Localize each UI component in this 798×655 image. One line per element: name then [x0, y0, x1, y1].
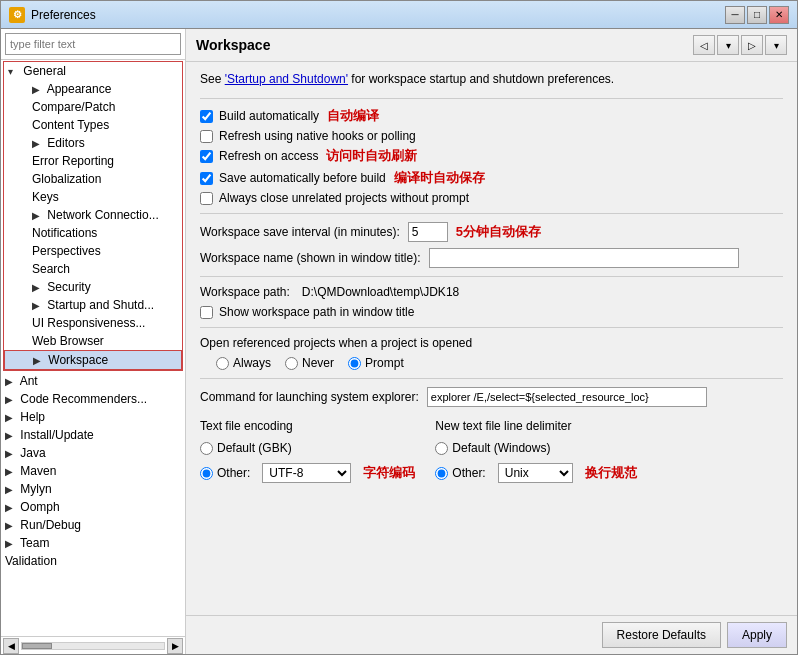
- maximize-button[interactable]: □: [747, 6, 767, 24]
- build-auto-label: Build automatically: [219, 109, 319, 123]
- expand-icon: ▶: [32, 138, 44, 149]
- close-unrelated-checkbox[interactable]: [200, 192, 213, 205]
- sidebar-item-perspectives[interactable]: Perspectives: [4, 242, 182, 260]
- expand-icon: ▶: [32, 84, 44, 95]
- sidebar-item-ui-responsiveness[interactable]: UI Responsiveness...: [4, 314, 182, 332]
- sidebar-item-startup-shutdown[interactable]: ▶ Startup and Shutd...: [4, 296, 182, 314]
- radio-always-label: Always: [233, 356, 271, 370]
- build-auto-annotation: 自动编译: [327, 107, 379, 125]
- sidebar-item-general[interactable]: ▾ General: [4, 62, 182, 80]
- forward-button[interactable]: ▷: [741, 35, 763, 55]
- delimiter-other-radio: Other: Unix Windows Mac 换行规范: [435, 463, 636, 483]
- sidebar-item-network-connections[interactable]: ▶ Network Connectio...: [4, 206, 182, 224]
- title-bar: ⚙ Preferences ─ □ ✕: [1, 1, 797, 29]
- command-input[interactable]: [427, 387, 707, 407]
- back-button[interactable]: ◁: [693, 35, 715, 55]
- encoding-default-radio: Default (GBK): [200, 441, 415, 455]
- refresh-native-label: Refresh using native hooks or polling: [219, 129, 416, 143]
- refresh-native-checkbox[interactable]: [200, 130, 213, 143]
- expand-icon: ▶: [5, 376, 17, 387]
- sidebar-item-workspace[interactable]: ▶ Workspace: [4, 350, 182, 370]
- sidebar-item-code-recommenders[interactable]: ▶ Code Recommenders...: [1, 390, 185, 408]
- encoding-select[interactable]: UTF-8 GBK ISO-8859-1: [262, 463, 351, 483]
- radio-group: Always Never Prompt: [216, 356, 783, 370]
- encoding-other-input[interactable]: [200, 467, 213, 480]
- sidebar-item-keys[interactable]: Keys: [4, 188, 182, 206]
- sidebar-item-java[interactable]: ▶ Java: [1, 444, 185, 462]
- radio-prompt-input[interactable]: [348, 357, 361, 370]
- radio-never: Never: [285, 356, 334, 370]
- startup-shutdown-link[interactable]: 'Startup and Shutdown': [225, 72, 348, 86]
- sidebar-item-content-types[interactable]: Content Types: [4, 116, 182, 134]
- checkbox-save-before-build: Save automatically before build 编译时自动保存: [200, 169, 783, 187]
- workspace-path-row: Workspace path: D:\QMDownload\temp\JDK18: [200, 285, 783, 299]
- expand-icon: ▾: [8, 66, 20, 77]
- sidebar-scrollbar: ◀ ▶: [1, 636, 185, 654]
- workspace-name-input[interactable]: [429, 248, 739, 268]
- scrollbar-track[interactable]: [21, 642, 165, 650]
- checkbox-close-unrelated: Always close unrelated projects without …: [200, 191, 783, 205]
- sidebar-item-globalization[interactable]: Globalization: [4, 170, 182, 188]
- main-content: ▾ General ▶ Appearance Compare/Patch Con…: [1, 29, 797, 654]
- forward-dropdown-button[interactable]: ▾: [765, 35, 787, 55]
- close-button[interactable]: ✕: [769, 6, 789, 24]
- scroll-right-button[interactable]: ▶: [167, 638, 183, 654]
- delimiter-annotation: 换行规范: [585, 464, 637, 482]
- expand-icon: ▶: [5, 448, 17, 459]
- save-interval-input[interactable]: [408, 222, 448, 242]
- sidebar-item-mylyn[interactable]: ▶ Mylyn: [1, 480, 185, 498]
- sidebar-item-help[interactable]: ▶ Help: [1, 408, 185, 426]
- scrollbar-thumb[interactable]: [22, 643, 52, 649]
- radio-always: Always: [216, 356, 271, 370]
- build-auto-checkbox[interactable]: [200, 110, 213, 123]
- sidebar-item-search[interactable]: Search: [4, 260, 182, 278]
- sidebar-item-maven[interactable]: ▶ Maven: [1, 462, 185, 480]
- expand-icon: ▶: [5, 412, 17, 423]
- show-path-checkbox[interactable]: [200, 306, 213, 319]
- workspace-path-value: D:\QMDownload\temp\JDK18: [302, 285, 459, 299]
- sidebar-item-web-browser[interactable]: Web Browser: [4, 332, 182, 350]
- delimiter-other-label: Other:: [452, 466, 485, 480]
- radio-never-input[interactable]: [285, 357, 298, 370]
- expand-icon: ▶: [32, 282, 44, 293]
- sidebar-item-notifications[interactable]: Notifications: [4, 224, 182, 242]
- delimiter-default-input[interactable]: [435, 442, 448, 455]
- sidebar-item-editors[interactable]: ▶ Editors: [4, 134, 182, 152]
- sidebar-item-error-reporting[interactable]: Error Reporting: [4, 152, 182, 170]
- checkbox-build-auto: Build automatically 自动编译: [200, 107, 783, 125]
- save-interval-row: Workspace save interval (in minutes): 5分…: [200, 222, 783, 242]
- back-dropdown-button[interactable]: ▾: [717, 35, 739, 55]
- expand-icon: ▶: [32, 210, 44, 221]
- command-row: Command for launching system explorer:: [200, 387, 783, 407]
- save-before-build-label: Save automatically before build: [219, 171, 386, 185]
- right-panel: Workspace ◁ ▾ ▷ ▾ See 'Startup and Shutd…: [186, 29, 797, 654]
- close-unrelated-label: Always close unrelated projects without …: [219, 191, 469, 205]
- scroll-left-button[interactable]: ◀: [3, 638, 19, 654]
- sidebar-item-run-debug[interactable]: ▶ Run/Debug: [1, 516, 185, 534]
- refresh-access-checkbox[interactable]: [200, 150, 213, 163]
- filter-input[interactable]: [5, 33, 181, 55]
- sidebar-item-oomph[interactable]: ▶ Oomph: [1, 498, 185, 516]
- workspace-name-label: Workspace name (shown in window title):: [200, 251, 421, 265]
- sidebar-item-ant[interactable]: ▶ Ant: [1, 372, 185, 390]
- encoding-section-label: Text file encoding: [200, 419, 415, 433]
- apply-button[interactable]: Apply: [727, 622, 787, 648]
- delimiter-other-input[interactable]: [435, 467, 448, 480]
- sidebar-item-validation[interactable]: Validation: [1, 552, 185, 570]
- sidebar-item-security[interactable]: ▶ Security: [4, 278, 182, 296]
- sidebar-item-appearance[interactable]: ▶ Appearance: [4, 80, 182, 98]
- save-before-build-checkbox[interactable]: [200, 172, 213, 185]
- delimiter-select[interactable]: Unix Windows Mac: [498, 463, 573, 483]
- workspace-name-row: Workspace name (shown in window title):: [200, 248, 783, 268]
- restore-defaults-button[interactable]: Restore Defaults: [602, 622, 721, 648]
- sidebar-item-compare-patch[interactable]: Compare/Patch: [4, 98, 182, 116]
- radio-always-input[interactable]: [216, 357, 229, 370]
- show-path-label: Show workspace path in window title: [219, 305, 414, 319]
- sidebar-item-team[interactable]: ▶ Team: [1, 534, 185, 552]
- radio-prompt-label: Prompt: [365, 356, 404, 370]
- desc-suffix: for workspace startup and shutdown prefe…: [348, 72, 614, 86]
- expand-icon: ▶: [32, 300, 44, 311]
- sidebar-item-install-update[interactable]: ▶ Install/Update: [1, 426, 185, 444]
- minimize-button[interactable]: ─: [725, 6, 745, 24]
- encoding-default-input[interactable]: [200, 442, 213, 455]
